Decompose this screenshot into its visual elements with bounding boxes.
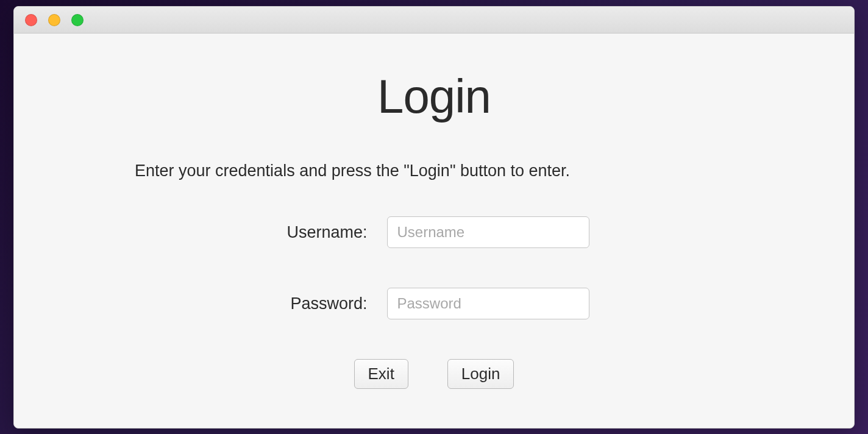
login-form: Username: Password: Exit Login	[14, 216, 854, 389]
login-button[interactable]: Login	[447, 359, 514, 389]
button-row: Exit Login	[14, 359, 854, 389]
password-input[interactable]	[387, 288, 589, 319]
maximize-window-icon[interactable]	[71, 14, 84, 26]
instruction-text: Enter your credentials and press the "Lo…	[135, 162, 570, 180]
password-row: Password:	[14, 288, 854, 319]
username-label: Username:	[279, 223, 368, 242]
window-content: Login Enter your credentials and press t…	[14, 34, 854, 428]
username-row: Username:	[14, 216, 854, 248]
password-label: Password:	[279, 294, 368, 313]
login-window: Login Enter your credentials and press t…	[13, 6, 855, 429]
traffic-lights	[25, 14, 84, 26]
minimize-window-icon[interactable]	[48, 14, 60, 26]
page-title: Login	[14, 69, 854, 124]
exit-button[interactable]: Exit	[354, 359, 408, 389]
window-titlebar	[14, 7, 854, 34]
username-input[interactable]	[387, 216, 589, 248]
close-window-icon[interactable]	[25, 14, 37, 26]
